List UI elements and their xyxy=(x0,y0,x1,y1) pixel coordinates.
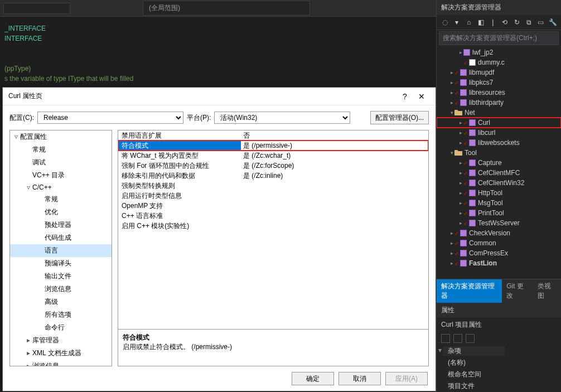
close-button[interactable]: ✕ xyxy=(413,92,430,101)
forward-icon[interactable]: ▾ xyxy=(452,17,462,27)
project-icon xyxy=(469,119,476,126)
project-icon xyxy=(469,180,476,186)
tree-item[interactable]: ▸✓Curl xyxy=(437,118,561,128)
nav-item[interactable]: 代码生成 xyxy=(10,231,112,244)
apply-button[interactable]: 应用(A) xyxy=(385,372,428,385)
property-row[interactable]: 强制 For 循环范围中的合规性是 (/Zc:forScope) xyxy=(118,161,428,171)
tree-item[interactable]: ▸✓libcurl xyxy=(437,128,561,138)
nav-item[interactable]: 浏览信息 xyxy=(10,283,112,296)
tree-item[interactable]: ▸✓libresources xyxy=(437,88,561,98)
nav-item[interactable]: ▸XML 文档生成器 xyxy=(10,347,112,360)
check-icon: ✓ xyxy=(463,170,468,176)
nav-item[interactable]: VC++ 目录 xyxy=(10,169,112,182)
nav-item[interactable]: 输出文件 xyxy=(10,270,112,283)
alpha-sort-icon[interactable] xyxy=(453,334,462,343)
show-all-icon[interactable]: ▭ xyxy=(536,17,546,27)
configuration-manager-button[interactable]: 配置管理器(O)... xyxy=(370,111,429,124)
tree-item[interactable]: ✓dummy.c xyxy=(437,57,561,67)
tree-item[interactable]: ▸✓CefClientMFC xyxy=(437,168,561,178)
tree-item[interactable]: ▸✓libthirdparty xyxy=(437,98,561,108)
property-row[interactable]: 启用运行时类型信息 xyxy=(118,191,428,201)
nav-item[interactable]: 预编译头 xyxy=(10,257,112,270)
tree-item[interactable]: ▸✓Common xyxy=(437,238,561,248)
property-row[interactable]: 强制类型转换规则 xyxy=(118,181,428,191)
tab-solution-explorer[interactable]: 解决方案资源管理器 xyxy=(437,279,502,303)
check-icon: ✓ xyxy=(454,260,459,267)
check-icon: ✓ xyxy=(463,220,468,226)
prop-row[interactable]: 根命名空间 xyxy=(437,369,561,380)
tree-item[interactable]: ▸✓CheckVersion xyxy=(437,228,561,238)
nav-item[interactable]: 常规 xyxy=(10,143,112,156)
prop-row[interactable]: 项目文件 xyxy=(437,380,561,392)
tab-class-view[interactable]: 类视图 xyxy=(533,279,561,303)
project-icon xyxy=(469,170,476,176)
help-button[interactable]: ? xyxy=(396,92,413,101)
solution-tree[interactable]: ▸lwf_jp2✓dummy.c▸✓libmupdf▸✓libpkcs7▸✓li… xyxy=(437,46,561,279)
property-row[interactable]: 符合模式是 (/permissive-) xyxy=(118,141,428,151)
tree-item[interactable]: ▸✓MsgTool xyxy=(437,198,561,208)
cancel-button[interactable]: 取消 xyxy=(338,372,381,385)
tree-item[interactable]: ▸✓libwebsockets xyxy=(437,138,561,148)
tree-item[interactable]: ▾Tool xyxy=(437,148,561,158)
tree-item[interactable]: ▸✓Capture xyxy=(437,158,561,168)
property-row[interactable]: OpenMP 支持 xyxy=(118,201,428,211)
property-row[interactable]: 将 WChar_t 视为内置类型是 (/Zc:wchar_t) xyxy=(118,151,428,161)
bottom-tab-bar: 解决方案资源管理器 Git 更改 类视图 xyxy=(437,279,561,303)
refresh-icon[interactable]: ↻ xyxy=(512,17,522,27)
nav-item[interactable]: 命令行 xyxy=(10,321,112,334)
tab-git-changes[interactable]: Git 更改 xyxy=(502,279,533,303)
scope-dropdown[interactable]: (全局范围) xyxy=(143,1,310,16)
tree-item[interactable]: ▸✓HttpTool xyxy=(437,188,561,198)
tree-item[interactable]: ▾Net xyxy=(437,108,561,118)
nav-item[interactable]: 所有选项 xyxy=(10,308,112,321)
nav-item[interactable]: 高级 xyxy=(10,296,112,308)
prop-row[interactable]: (名称) xyxy=(437,357,561,369)
check-icon: ✓ xyxy=(454,240,459,246)
tree-item[interactable]: ▸lwf_jp2 xyxy=(437,47,561,57)
categorize-icon[interactable] xyxy=(441,334,450,343)
wrench-icon[interactable] xyxy=(466,334,475,343)
property-row[interactable]: C++ 语言标准 xyxy=(118,211,428,221)
nav-item[interactable]: ▿C/C++ xyxy=(10,182,112,193)
project-icon xyxy=(469,159,476,166)
check-icon: ✓ xyxy=(454,100,459,106)
property-row[interactable]: 启用 C++ 模块(实验性) xyxy=(118,221,428,231)
ok-button[interactable]: 确定 xyxy=(292,372,334,385)
nav-item[interactable]: 语言 xyxy=(10,244,112,257)
tree-item[interactable]: ▸✓CefClientWin32 xyxy=(437,178,561,188)
nav-item[interactable]: 预处理器 xyxy=(10,219,112,231)
tree-item[interactable]: ▸✓FastLion xyxy=(437,258,561,268)
switch-view-icon[interactable]: ◧ xyxy=(476,17,486,27)
project-icon xyxy=(460,250,467,257)
config-select[interactable]: Release xyxy=(37,112,183,124)
tree-item[interactable]: ▸✓PrintTool xyxy=(437,208,561,218)
project-icon xyxy=(460,89,467,96)
tree-item[interactable]: ▸✓ComPressEx xyxy=(437,248,561,258)
project-icon xyxy=(469,200,476,206)
nav-item[interactable]: 调试 xyxy=(10,156,112,169)
home-icon[interactable]: ⌂ xyxy=(464,17,474,27)
nav-item[interactable]: ▸浏览信息 xyxy=(10,360,112,366)
back-icon[interactable]: ◌ xyxy=(440,17,450,27)
collapse-icon[interactable]: ⧉ xyxy=(524,17,534,27)
property-list[interactable]: 禁用语言扩展否符合模式是 (/permissive-)将 WChar_t 视为内… xyxy=(118,130,428,329)
property-nav-tree[interactable]: ▿配置属性常规调试VC++ 目录▿C/C++常规优化预处理器代码生成语言预编译头… xyxy=(9,130,112,366)
tree-item[interactable]: ▸✓libpkcs7 xyxy=(437,78,561,88)
code-area: _INTERFACE INTERFACE (ppType) s the vari… xyxy=(0,17,435,89)
tree-item[interactable]: ▸✓libmupdf xyxy=(437,67,561,78)
tree-item[interactable]: ▸✓TestWsServer xyxy=(437,218,561,228)
property-row[interactable]: 禁用语言扩展否 xyxy=(118,130,428,141)
property-row[interactable]: 移除未引用的代码和数据是 (/Zc:inline) xyxy=(118,171,428,181)
prop-row[interactable]: ▾杂项 xyxy=(437,345,561,357)
project-icon xyxy=(469,210,476,216)
config-row: 配置(C): Release 平台(P): 活动(Win32) 配置管理器(O)… xyxy=(3,105,436,130)
properties-icon[interactable]: 🔧 xyxy=(548,17,558,27)
nav-item[interactable]: 优化 xyxy=(10,206,112,219)
sync-icon[interactable]: ⟲ xyxy=(500,17,510,27)
nav-item[interactable]: ▸库管理器 xyxy=(10,334,112,347)
platform-select[interactable]: 活动(Win32) xyxy=(214,112,350,124)
nav-item[interactable]: ▿配置属性 xyxy=(10,130,112,143)
nav-combo[interactable] xyxy=(3,3,70,14)
solution-search[interactable]: 搜索解决方案资源管理器(Ctrl+;) xyxy=(439,31,559,45)
nav-item[interactable]: 常规 xyxy=(10,193,112,206)
